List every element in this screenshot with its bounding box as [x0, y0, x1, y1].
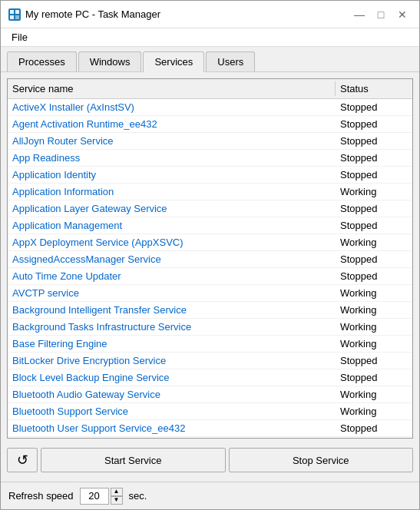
file-menu[interactable]: File [5, 30, 34, 45]
table-row[interactable]: BitLocker Drive Encryption ServiceStoppe… [8, 353, 412, 369]
service-status: Stopped [336, 269, 412, 283]
service-status: Stopped [336, 167, 412, 182]
toolbar: ↻ Start Service Stop Service [7, 445, 413, 475]
tab-users[interactable]: Users [206, 51, 255, 71]
stop-service-button[interactable]: Stop Service [229, 448, 414, 472]
tabs-bar: Processes Windows Services Users [1, 47, 419, 72]
tab-services[interactable]: Services [143, 51, 204, 72]
title-bar: My remote PC - Task Manager — □ ✕ [1, 1, 419, 28]
main-window: My remote PC - Task Manager — □ ✕ File P… [0, 0, 420, 510]
service-status: Stopped [336, 252, 412, 267]
service-name: Application Information [8, 184, 336, 199]
svg-rect-3 [15, 15, 19, 19]
svg-rect-2 [10, 15, 14, 19]
service-status: Working [336, 184, 412, 199]
service-name: Bluetooth User Support Service_ee432 [8, 421, 336, 435]
window-controls: — □ ✕ [350, 7, 412, 22]
table-row[interactable]: Bluetooth Audio Gateway ServiceWorking [8, 386, 412, 403]
table-row[interactable]: Base Filtering EngineWorking [8, 336, 412, 353]
service-name: Background Intelligent Transfer Service [8, 303, 336, 317]
close-button[interactable]: ✕ [393, 7, 412, 22]
service-status: Working [336, 387, 412, 402]
bottom-bar: Refresh speed ▲ ▼ sec. [1, 482, 419, 509]
table-row[interactable]: Agent Activation Runtime_ee432Stopped [8, 116, 412, 133]
table-row[interactable]: Application IdentityStopped [8, 167, 412, 184]
svg-rect-1 [15, 10, 19, 14]
column-header-status: Status [336, 81, 412, 96]
service-status: Stopped [336, 218, 412, 233]
spin-up-button[interactable]: ▲ [111, 488, 123, 496]
service-name: Application Management [8, 218, 336, 233]
table-row[interactable]: Background Tasks Infrastructure ServiceW… [8, 319, 412, 336]
service-status: Working [336, 303, 412, 317]
service-status: Stopped [336, 151, 412, 165]
sec-label: sec. [129, 490, 147, 502]
table-header: Service name Status [8, 79, 412, 99]
service-status: Stopped [336, 370, 412, 385]
table-row[interactable]: Application Layer Gateway ServiceStopped [8, 200, 412, 217]
column-header-name: Service name [8, 81, 336, 96]
service-name: Block Level Backup Engine Service [8, 370, 336, 385]
service-name: Background Tasks Infrastructure Service [8, 320, 336, 334]
maximize-button[interactable]: □ [372, 7, 390, 22]
refresh-button[interactable]: ↻ [7, 448, 38, 472]
minimize-button[interactable]: — [350, 7, 369, 22]
service-name: Agent Activation Runtime_ee432 [8, 117, 336, 131]
service-status: Stopped [336, 134, 412, 148]
app-icon [8, 8, 21, 21]
service-status: Working [336, 286, 412, 300]
service-name: App Readiness [8, 151, 336, 165]
service-status: Working [336, 336, 412, 351]
refresh-speed-control: ▲ ▼ [80, 488, 123, 505]
table-row[interactable]: Block Level Backup Engine ServiceStopped [8, 369, 412, 386]
service-name: Application Identity [8, 167, 336, 182]
service-name: Application Layer Gateway Service [8, 201, 336, 216]
service-name: AppX Deployment Service (AppXSVC) [8, 235, 336, 250]
refresh-speed-input[interactable] [80, 488, 109, 505]
services-list[interactable]: ActiveX Installer (AxInstSV)StoppedAgent… [8, 99, 412, 438]
table-row[interactable]: Application InformationWorking [8, 184, 412, 200]
service-name: BitLocker Drive Encryption Service [8, 353, 336, 368]
service-name: ActiveX Installer (AxInstSV) [8, 100, 336, 114]
start-service-button[interactable]: Start Service [41, 448, 226, 472]
service-status: Stopped [336, 421, 412, 435]
tab-processes[interactable]: Processes [7, 51, 77, 71]
table-row[interactable]: AppX Deployment Service (AppXSVC)Working [8, 234, 412, 251]
table-row[interactable]: Auto Time Zone UpdaterStopped [8, 268, 412, 285]
spin-down-button[interactable]: ▼ [111, 496, 123, 505]
service-name: Bluetooth Support Service [8, 404, 336, 419]
service-name: AssignedAccessManager Service [8, 252, 336, 267]
service-status: Stopped [336, 353, 412, 368]
spin-buttons: ▲ ▼ [111, 488, 123, 505]
title-bar-left: My remote PC - Task Manager [8, 8, 160, 21]
service-status: Stopped [336, 117, 412, 131]
table-row[interactable]: Bluetooth Support ServiceWorking [8, 403, 412, 420]
service-status: Stopped [336, 100, 412, 114]
service-name: Auto Time Zone Updater [8, 269, 336, 283]
tab-windows[interactable]: Windows [78, 51, 142, 71]
service-name: Base Filtering Engine [8, 336, 336, 351]
window-title: My remote PC - Task Manager [25, 8, 160, 20]
service-status: Working [336, 404, 412, 419]
service-status: Working [336, 320, 412, 334]
service-name: AVCTP service [8, 286, 336, 300]
content-area: Service name Status ActiveX Installer (A… [1, 72, 419, 482]
table-row[interactable]: Bluetooth User Support Service_ee432Stop… [8, 420, 412, 437]
svg-rect-0 [10, 10, 14, 14]
service-name: AllJoyn Router Service [8, 134, 336, 148]
service-name: Bluetooth Audio Gateway Service [8, 387, 336, 402]
table-row[interactable]: AllJoyn Router ServiceStopped [8, 133, 412, 150]
table-row[interactable]: App ReadinessStopped [8, 150, 412, 167]
menu-bar: File [1, 28, 419, 47]
table-row[interactable]: Background Intelligent Transfer ServiceW… [8, 302, 412, 319]
table-row[interactable]: Application ManagementStopped [8, 217, 412, 234]
table-row[interactable]: ActiveX Installer (AxInstSV)Stopped [8, 99, 412, 116]
service-status: Stopped [336, 201, 412, 216]
refresh-icon: ↻ [17, 452, 28, 469]
services-table: Service name Status ActiveX Installer (A… [7, 78, 413, 439]
table-row[interactable]: AVCTP serviceWorking [8, 285, 412, 302]
refresh-speed-label: Refresh speed [8, 490, 74, 502]
service-status: Working [336, 235, 412, 250]
table-row[interactable]: AssignedAccessManager ServiceStopped [8, 251, 412, 268]
